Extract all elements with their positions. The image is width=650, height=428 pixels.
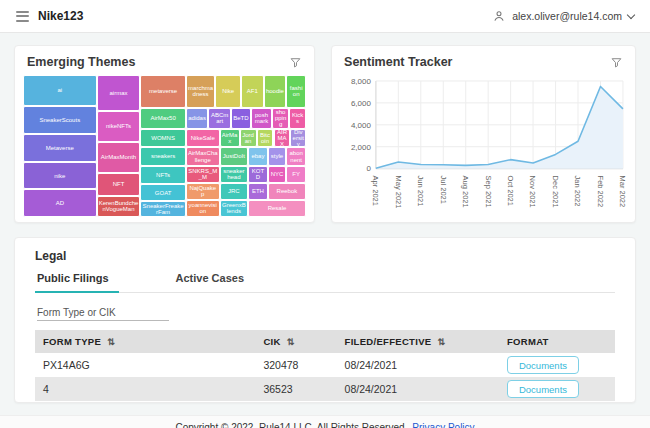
sentiment-chart: 02,0004,0006,0008,000Apr 2021May 2021Jun… <box>332 73 635 226</box>
treemap-tile[interactable]: shopping <box>272 108 289 129</box>
treemap-tile[interactable]: airmax <box>97 75 141 111</box>
form-type-cik-search-input[interactable] <box>37 305 169 321</box>
treemap-tile[interactable]: AirMax50 <box>140 108 185 129</box>
user-email: alex.oliver@rule14.com <box>512 10 622 22</box>
treemap-tile[interactable]: Jordan <box>240 129 257 147</box>
treemap-tile[interactable]: nikeNFTs <box>97 111 141 142</box>
sentiment-tracker-title: Sentiment Tracker <box>344 55 452 69</box>
treemap-tile[interactable]: KerenBundchenVogueMan <box>97 196 141 217</box>
svg-text:6,000: 6,000 <box>351 99 372 108</box>
sentiment-tracker-card: Sentiment Tracker 02,0004,0006,0008,000A… <box>331 45 636 223</box>
table-cell-format: Documents <box>499 353 615 377</box>
col-header-form-type: FORM TYPE⇅ <box>35 330 255 353</box>
treemap-tile[interactable]: ai <box>23 75 97 106</box>
table-row: 436521408/24/2021Documents <box>35 401 615 403</box>
treemap-tile[interactable]: SneakerFreakerFam <box>140 201 185 217</box>
filter-funnel-icon[interactable] <box>610 56 623 69</box>
col-header-cik: CIK⇅ <box>255 330 336 353</box>
table-cell: 36523 <box>255 377 336 401</box>
treemap-tile[interactable]: ETH <box>248 183 268 200</box>
menu-icon[interactable] <box>16 11 29 22</box>
treemap-tile[interactable]: abonnent <box>286 147 306 165</box>
treemap-tile[interactable]: sneakers <box>140 147 185 165</box>
documents-button[interactable]: Documents <box>507 380 579 398</box>
treemap-tile[interactable]: NFTs <box>140 166 185 184</box>
treemap-tile[interactable]: Reebok <box>268 183 306 200</box>
sort-icon[interactable]: ⇅ <box>287 337 295 347</box>
treemap-tile[interactable]: AirMax <box>220 129 240 147</box>
treemap-tile[interactable]: AirMaxMonth <box>97 142 141 173</box>
treemap-tile[interactable]: GOAT <box>140 184 185 201</box>
treemap-tile[interactable]: JustDoIt <box>220 147 248 165</box>
user-menu[interactable]: alex.oliver@rule14.com <box>492 9 634 23</box>
treemap-tile[interactable]: AF1 <box>241 75 264 108</box>
svg-text:Jul 2021: Jul 2021 <box>439 176 448 204</box>
main-content: Emerging Themes aiSneakerScoutsMetaverse… <box>0 33 650 415</box>
filings-table: FORM TYPE⇅ CIK⇅ FILED/EFFECTIVE⇅ FORMAT … <box>35 330 615 403</box>
sort-icon[interactable]: ⇅ <box>107 337 115 347</box>
emerging-themes-title: Emerging Themes <box>27 55 135 69</box>
themes-treemap: aiSneakerScoutsMetaversenikeADairmaxnike… <box>23 75 306 217</box>
treemap-tile[interactable]: ABCmart <box>208 108 231 129</box>
treemap-tile[interactable]: KOTD <box>248 166 268 183</box>
treemap-tile[interactable]: hoodie <box>264 75 287 108</box>
treemap-tile[interactable]: NYC <box>268 166 286 183</box>
table-cell: 4 <box>35 401 255 403</box>
table-cell: 08/24/2021 <box>337 401 499 403</box>
table-header-row: FORM TYPE⇅ CIK⇅ FILED/EFFECTIVE⇅ FORMAT <box>35 330 615 353</box>
treemap-tile[interactable]: Metaverse <box>23 134 97 162</box>
svg-text:Sep 2021: Sep 2021 <box>484 176 493 208</box>
table-row: PX14A6G32047808/24/2021Documents <box>35 353 615 377</box>
svg-text:Jan 2022: Jan 2022 <box>573 176 582 207</box>
legal-tabs: Public Filings Active Cases <box>35 272 615 293</box>
svg-text:Dec 2021: Dec 2021 <box>551 176 560 208</box>
treemap-tile[interactable]: style <box>268 147 286 165</box>
filter-funnel-icon[interactable] <box>289 56 302 69</box>
treemap-tile[interactable]: FY <box>286 166 306 183</box>
treemap-tile[interactable]: AirMaxChallenge <box>186 147 220 165</box>
treemap-tile[interactable]: nike <box>23 162 97 189</box>
treemap-tile[interactable]: sneakerhead <box>220 166 248 183</box>
treemap-tile[interactable]: fashion <box>286 75 306 108</box>
copyright-text: Copyright © 2022, Rule14 LLC, All Rights… <box>175 422 407 428</box>
table-cell: 320478 <box>255 353 336 377</box>
treemap-tile[interactable]: NajQuakep <box>186 183 220 200</box>
svg-text:4,000: 4,000 <box>351 121 372 130</box>
treemap-tile[interactable]: marchmadness <box>186 75 216 108</box>
svg-text:Oct 2021: Oct 2021 <box>506 176 515 206</box>
treemap-tile[interactable]: Nike <box>215 75 240 108</box>
treemap-tile[interactable]: WOMNS <box>140 129 185 147</box>
treemap-tile[interactable]: adidas <box>186 108 209 129</box>
treemap-tile[interactable]: JRC <box>220 183 248 200</box>
treemap-tile[interactable]: ebay <box>248 147 268 165</box>
treemap-tile[interactable]: metaverse <box>140 75 185 108</box>
tab-public-filings[interactable]: Public Filings <box>35 272 119 293</box>
legal-card: Legal Public Filings Active Cases FORM T… <box>14 237 636 403</box>
treemap-tile[interactable]: AIRMAX <box>274 129 291 147</box>
svg-text:2,000: 2,000 <box>351 143 372 152</box>
treemap-tile[interactable]: SNKRS_M_M <box>186 166 220 183</box>
treemap-tile[interactable]: BeTD <box>231 108 251 129</box>
treemap-tile[interactable]: AD <box>23 189 97 217</box>
treemap-tile[interactable]: Kicks <box>289 108 306 129</box>
svg-text:8,000: 8,000 <box>351 77 372 86</box>
table-cell: 08/24/2021 <box>337 353 499 377</box>
privacy-policy-link[interactable]: Privacy Policy <box>412 422 474 428</box>
sort-icon[interactable]: ⇅ <box>437 337 445 347</box>
svg-text:Apr 2021: Apr 2021 <box>371 176 380 206</box>
col-header-filed-effective: FILED/EFFECTIVE⇅ <box>337 330 499 353</box>
documents-button[interactable]: Documents <box>507 356 579 374</box>
treemap-tile[interactable]: GreenxBlends <box>220 200 248 217</box>
svg-text:0: 0 <box>367 164 372 173</box>
treemap-tile[interactable]: NFT <box>97 173 141 196</box>
treemap-tile[interactable]: Resale <box>248 200 306 217</box>
table-cell-format: Documents <box>499 401 615 403</box>
tab-active-cases[interactable]: Active Cases <box>174 272 255 292</box>
treemap-tile[interactable]: yoannevision <box>186 200 220 217</box>
treemap-tile[interactable]: poshmark <box>251 108 272 129</box>
treemap-tile[interactable]: SneakerScouts <box>23 106 97 134</box>
app-title: Nike123 <box>38 9 83 23</box>
treemap-tile[interactable]: NikeSale <box>186 129 220 147</box>
treemap-tile[interactable]: Bitcoin <box>257 129 274 147</box>
treemap-tile[interactable]: Diversity <box>290 129 306 147</box>
